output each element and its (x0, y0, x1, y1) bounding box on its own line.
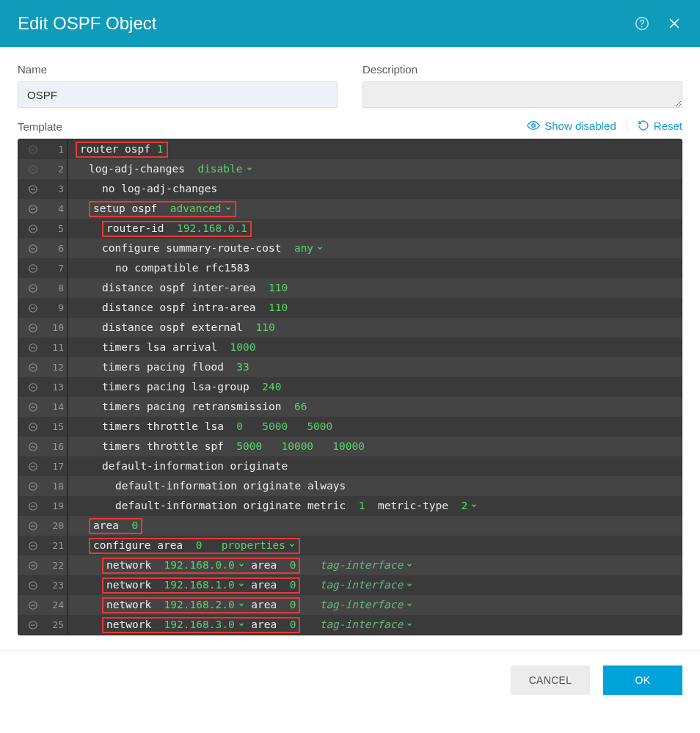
value-segment[interactable]: 10000 (281, 440, 313, 452)
chevron-down-icon[interactable] (238, 621, 245, 628)
chevron-down-icon[interactable] (470, 502, 478, 509)
value-segment[interactable]: advanced (170, 199, 222, 219)
gutter[interactable] (18, 620, 48, 630)
value-segment[interactable]: 1 (157, 139, 164, 159)
value-segment[interactable]: 192.168.2.0 (164, 595, 235, 615)
gutter[interactable] (18, 224, 48, 234)
code-line[interactable]: 2log-adj-changes disable (18, 159, 682, 179)
collapse-icon[interactable] (28, 362, 38, 373)
highlighted-span[interactable]: router ospf 1 (76, 142, 168, 158)
gutter[interactable] (18, 521, 48, 531)
gutter[interactable] (18, 283, 48, 293)
code-line[interactable]: 3no log-adj-changes (18, 179, 682, 199)
code-line[interactable]: 18default-information originate always (18, 476, 682, 496)
value-segment[interactable]: 10000 (332, 440, 365, 452)
value-segment[interactable]: 5000 (262, 420, 288, 432)
value-segment[interactable]: 0 (131, 516, 138, 536)
collapse-icon[interactable] (28, 303, 38, 313)
code-line[interactable]: 16timers throttle spf 5000 10000 10000 (18, 437, 682, 456)
code-line[interactable]: 12timers pacing flood 33 (18, 357, 682, 377)
gutter[interactable] (18, 184, 48, 194)
gutter[interactable] (18, 204, 48, 214)
code-line[interactable]: 1router ospf 1 (18, 139, 682, 159)
hint-text[interactable]: tag-interface (320, 615, 414, 635)
gutter[interactable] (18, 442, 48, 452)
code-line[interactable]: 24network 192.168.2.0 area 0 tag-interfa… (18, 595, 682, 615)
code-line[interactable]: 6configure summary-route-cost any (18, 238, 682, 258)
code-line[interactable]: 7no compatible rfc1583 (18, 258, 682, 278)
dropdown-toggle[interactable] (313, 242, 324, 254)
chevron-down-icon[interactable] (406, 581, 413, 588)
code-line[interactable]: 8distance ospf inter-area 110 (18, 278, 682, 298)
collapse-icon[interactable] (28, 263, 38, 274)
gutter[interactable] (18, 561, 48, 571)
dropdown-toggle[interactable] (235, 595, 245, 615)
collapse-icon[interactable] (28, 422, 38, 432)
gutter[interactable] (18, 303, 48, 313)
value-segment[interactable]: 0 (290, 595, 296, 615)
chevron-down-icon[interactable] (406, 621, 413, 628)
chevron-down-icon[interactable] (406, 601, 413, 608)
highlighted-span[interactable]: network 192.168.1.0 area 0 (102, 577, 300, 594)
gutter[interactable] (18, 244, 48, 254)
highlighted-span[interactable]: network 192.168.3.0 area 0 (102, 617, 300, 633)
collapse-icon[interactable] (28, 343, 38, 353)
code-line[interactable]: 13timers pacing lsa-group 240 (18, 377, 682, 397)
chevron-down-icon[interactable] (225, 205, 232, 212)
gutter[interactable] (18, 263, 48, 274)
collapse-icon[interactable] (28, 620, 38, 630)
gutter[interactable] (18, 362, 48, 373)
value-segment[interactable]: 192.168.3.0 (164, 615, 235, 635)
value-segment[interactable]: 240 (262, 381, 281, 393)
code-line[interactable]: 14timers pacing retransmission 66 (18, 397, 682, 417)
help-icon[interactable] (634, 15, 650, 32)
highlighted-span[interactable]: router-id 192.168.0.1 (102, 221, 252, 237)
value-segment[interactable]: 2 (461, 500, 467, 511)
value-segment[interactable]: 0 (290, 575, 296, 595)
collapse-icon[interactable] (28, 164, 38, 175)
hint-text[interactable]: tag-interface (320, 575, 414, 595)
value-segment[interactable]: 110 (256, 321, 275, 333)
collapse-icon[interactable] (28, 481, 38, 492)
show-disabled-button[interactable]: Show disabled (527, 119, 616, 132)
gutter[interactable] (18, 164, 48, 175)
gutter[interactable] (18, 462, 48, 472)
value-segment[interactable]: 0 (290, 615, 296, 635)
value-segment[interactable]: 33 (236, 361, 249, 373)
collapse-icon[interactable] (28, 600, 38, 610)
value-segment[interactable]: 1000 (230, 341, 256, 353)
dropdown-toggle[interactable] (235, 575, 245, 595)
collapse-icon[interactable] (28, 184, 38, 194)
value-segment[interactable]: 5000 (307, 420, 332, 432)
code-line[interactable]: 19default-information originate metric 1… (18, 496, 682, 516)
highlighted-span[interactable]: network 192.168.0.0 area 0 (102, 558, 300, 574)
hint-text[interactable]: tag-interface (320, 555, 414, 575)
collapse-icon[interactable] (28, 462, 38, 472)
highlighted-span[interactable]: setup ospf advanced (89, 201, 236, 217)
value-segment[interactable]: 110 (269, 302, 288, 313)
value-segment[interactable]: disable (197, 163, 242, 175)
gutter[interactable] (18, 580, 48, 591)
value-segment[interactable]: 0 (196, 536, 203, 555)
highlighted-span[interactable]: area 0 (89, 518, 142, 534)
dropdown-toggle[interactable] (467, 500, 478, 511)
template-editor[interactable]: 1router ospf 12log-adj-changes disable3n… (18, 139, 682, 635)
code-line[interactable]: 9distance ospf intra-area 110 (18, 298, 682, 318)
description-input[interactable] (362, 81, 682, 108)
collapse-icon[interactable] (28, 580, 38, 591)
collapse-icon[interactable] (28, 145, 38, 155)
code-line[interactable]: 17default-information originate (18, 456, 682, 476)
value-segment[interactable]: 110 (269, 282, 288, 293)
code-line[interactable]: 15timers throttle lsa 0 5000 5000 (18, 417, 682, 437)
gutter[interactable] (18, 501, 48, 511)
gutter[interactable] (18, 481, 48, 492)
code-line[interactable]: 25network 192.168.3.0 area 0 tag-interfa… (18, 615, 682, 635)
collapse-icon[interactable] (28, 204, 38, 214)
value-segment[interactable]: properties (222, 536, 285, 555)
dropdown-toggle[interactable] (235, 615, 245, 635)
value-segment[interactable]: 192.168.0.0 (164, 555, 235, 575)
value-segment[interactable]: 66 (294, 401, 307, 412)
chevron-down-icon[interactable] (246, 165, 253, 172)
collapse-icon[interactable] (28, 541, 38, 551)
hint-text[interactable]: tag-interface (320, 595, 414, 615)
